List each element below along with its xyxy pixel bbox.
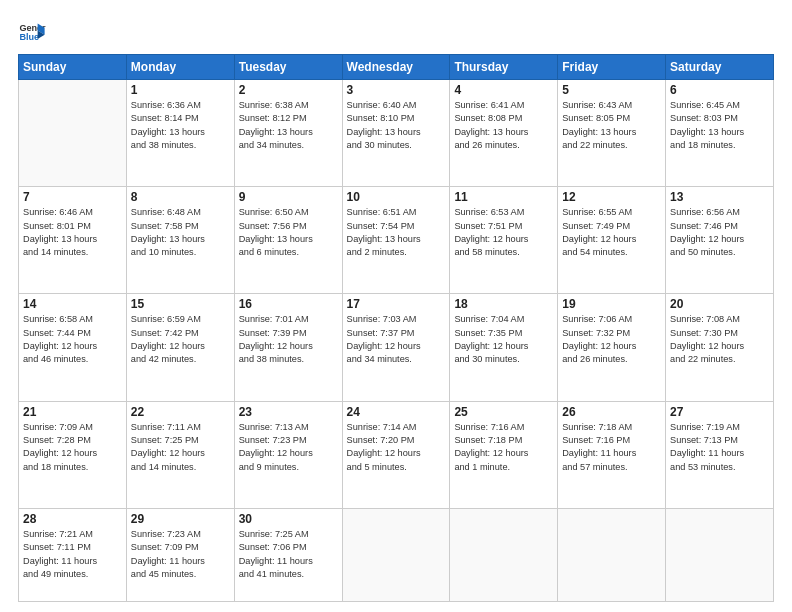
calendar-cell: 17Sunrise: 7:03 AMSunset: 7:37 PMDayligh…: [342, 294, 450, 401]
day-number: 28: [23, 512, 122, 526]
day-number: 3: [347, 83, 446, 97]
day-number: 5: [562, 83, 661, 97]
day-header-wednesday: Wednesday: [342, 55, 450, 80]
calendar-cell: 26Sunrise: 7:18 AMSunset: 7:16 PMDayligh…: [558, 401, 666, 508]
day-header-sunday: Sunday: [19, 55, 127, 80]
day-number: 30: [239, 512, 338, 526]
calendar-cell: 25Sunrise: 7:16 AMSunset: 7:18 PMDayligh…: [450, 401, 558, 508]
day-number: 16: [239, 297, 338, 311]
calendar-cell: 27Sunrise: 7:19 AMSunset: 7:13 PMDayligh…: [666, 401, 774, 508]
day-header-friday: Friday: [558, 55, 666, 80]
day-number: 15: [131, 297, 230, 311]
day-number: 21: [23, 405, 122, 419]
calendar-cell: [19, 80, 127, 187]
day-number: 18: [454, 297, 553, 311]
day-number: 1: [131, 83, 230, 97]
cell-daylight-info: Sunrise: 6:55 AMSunset: 7:49 PMDaylight:…: [562, 206, 661, 259]
day-number: 10: [347, 190, 446, 204]
day-header-monday: Monday: [126, 55, 234, 80]
cell-daylight-info: Sunrise: 6:50 AMSunset: 7:56 PMDaylight:…: [239, 206, 338, 259]
calendar-header-row: SundayMondayTuesdayWednesdayThursdayFrid…: [19, 55, 774, 80]
calendar-cell: [450, 508, 558, 601]
calendar-cell: 5Sunrise: 6:43 AMSunset: 8:05 PMDaylight…: [558, 80, 666, 187]
calendar-cell: 22Sunrise: 7:11 AMSunset: 7:25 PMDayligh…: [126, 401, 234, 508]
day-number: 12: [562, 190, 661, 204]
cell-daylight-info: Sunrise: 6:40 AMSunset: 8:10 PMDaylight:…: [347, 99, 446, 152]
cell-daylight-info: Sunrise: 6:46 AMSunset: 8:01 PMDaylight:…: [23, 206, 122, 259]
day-number: 26: [562, 405, 661, 419]
page-header: General Blue: [18, 18, 774, 46]
cell-daylight-info: Sunrise: 6:41 AMSunset: 8:08 PMDaylight:…: [454, 99, 553, 152]
cell-daylight-info: Sunrise: 7:13 AMSunset: 7:23 PMDaylight:…: [239, 421, 338, 474]
cell-daylight-info: Sunrise: 7:03 AMSunset: 7:37 PMDaylight:…: [347, 313, 446, 366]
day-header-thursday: Thursday: [450, 55, 558, 80]
day-number: 13: [670, 190, 769, 204]
cell-daylight-info: Sunrise: 7:04 AMSunset: 7:35 PMDaylight:…: [454, 313, 553, 366]
day-number: 27: [670, 405, 769, 419]
logo-icon: General Blue: [18, 18, 46, 46]
calendar-cell: 12Sunrise: 6:55 AMSunset: 7:49 PMDayligh…: [558, 187, 666, 294]
day-number: 19: [562, 297, 661, 311]
day-number: 17: [347, 297, 446, 311]
cell-daylight-info: Sunrise: 7:08 AMSunset: 7:30 PMDaylight:…: [670, 313, 769, 366]
calendar-cell: 3Sunrise: 6:40 AMSunset: 8:10 PMDaylight…: [342, 80, 450, 187]
calendar-cell: 8Sunrise: 6:48 AMSunset: 7:58 PMDaylight…: [126, 187, 234, 294]
cell-daylight-info: Sunrise: 6:48 AMSunset: 7:58 PMDaylight:…: [131, 206, 230, 259]
day-header-saturday: Saturday: [666, 55, 774, 80]
cell-daylight-info: Sunrise: 7:16 AMSunset: 7:18 PMDaylight:…: [454, 421, 553, 474]
day-number: 8: [131, 190, 230, 204]
cell-daylight-info: Sunrise: 6:53 AMSunset: 7:51 PMDaylight:…: [454, 206, 553, 259]
calendar-cell: 11Sunrise: 6:53 AMSunset: 7:51 PMDayligh…: [450, 187, 558, 294]
calendar-cell: 10Sunrise: 6:51 AMSunset: 7:54 PMDayligh…: [342, 187, 450, 294]
day-number: 4: [454, 83, 553, 97]
calendar-cell: 24Sunrise: 7:14 AMSunset: 7:20 PMDayligh…: [342, 401, 450, 508]
cell-daylight-info: Sunrise: 6:58 AMSunset: 7:44 PMDaylight:…: [23, 313, 122, 366]
cell-daylight-info: Sunrise: 6:36 AMSunset: 8:14 PMDaylight:…: [131, 99, 230, 152]
calendar-cell: 19Sunrise: 7:06 AMSunset: 7:32 PMDayligh…: [558, 294, 666, 401]
calendar-cell: 2Sunrise: 6:38 AMSunset: 8:12 PMDaylight…: [234, 80, 342, 187]
calendar-cell: 4Sunrise: 6:41 AMSunset: 8:08 PMDaylight…: [450, 80, 558, 187]
cell-daylight-info: Sunrise: 7:23 AMSunset: 7:09 PMDaylight:…: [131, 528, 230, 581]
calendar-cell: 21Sunrise: 7:09 AMSunset: 7:28 PMDayligh…: [19, 401, 127, 508]
day-number: 2: [239, 83, 338, 97]
day-number: 25: [454, 405, 553, 419]
calendar-cell: 1Sunrise: 6:36 AMSunset: 8:14 PMDaylight…: [126, 80, 234, 187]
calendar-cell: [666, 508, 774, 601]
cell-daylight-info: Sunrise: 7:14 AMSunset: 7:20 PMDaylight:…: [347, 421, 446, 474]
day-number: 6: [670, 83, 769, 97]
day-number: 23: [239, 405, 338, 419]
day-number: 14: [23, 297, 122, 311]
cell-daylight-info: Sunrise: 6:45 AMSunset: 8:03 PMDaylight:…: [670, 99, 769, 152]
calendar-week-1: 1Sunrise: 6:36 AMSunset: 8:14 PMDaylight…: [19, 80, 774, 187]
calendar-week-3: 14Sunrise: 6:58 AMSunset: 7:44 PMDayligh…: [19, 294, 774, 401]
calendar-cell: 28Sunrise: 7:21 AMSunset: 7:11 PMDayligh…: [19, 508, 127, 601]
calendar-cell: 15Sunrise: 6:59 AMSunset: 7:42 PMDayligh…: [126, 294, 234, 401]
calendar-cell: 13Sunrise: 6:56 AMSunset: 7:46 PMDayligh…: [666, 187, 774, 294]
calendar-cell: 29Sunrise: 7:23 AMSunset: 7:09 PMDayligh…: [126, 508, 234, 601]
day-number: 22: [131, 405, 230, 419]
day-number: 7: [23, 190, 122, 204]
cell-daylight-info: Sunrise: 7:09 AMSunset: 7:28 PMDaylight:…: [23, 421, 122, 474]
calendar-week-4: 21Sunrise: 7:09 AMSunset: 7:28 PMDayligh…: [19, 401, 774, 508]
calendar-cell: 7Sunrise: 6:46 AMSunset: 8:01 PMDaylight…: [19, 187, 127, 294]
cell-daylight-info: Sunrise: 7:06 AMSunset: 7:32 PMDaylight:…: [562, 313, 661, 366]
cell-daylight-info: Sunrise: 7:19 AMSunset: 7:13 PMDaylight:…: [670, 421, 769, 474]
calendar-cell: [558, 508, 666, 601]
day-number: 29: [131, 512, 230, 526]
cell-daylight-info: Sunrise: 6:43 AMSunset: 8:05 PMDaylight:…: [562, 99, 661, 152]
day-number: 20: [670, 297, 769, 311]
cell-daylight-info: Sunrise: 6:38 AMSunset: 8:12 PMDaylight:…: [239, 99, 338, 152]
svg-text:Blue: Blue: [19, 32, 39, 42]
cell-daylight-info: Sunrise: 6:59 AMSunset: 7:42 PMDaylight:…: [131, 313, 230, 366]
logo: General Blue: [18, 18, 50, 46]
cell-daylight-info: Sunrise: 7:11 AMSunset: 7:25 PMDaylight:…: [131, 421, 230, 474]
calendar-week-5: 28Sunrise: 7:21 AMSunset: 7:11 PMDayligh…: [19, 508, 774, 601]
day-header-tuesday: Tuesday: [234, 55, 342, 80]
calendar-table: SundayMondayTuesdayWednesdayThursdayFrid…: [18, 54, 774, 602]
calendar-cell: 18Sunrise: 7:04 AMSunset: 7:35 PMDayligh…: [450, 294, 558, 401]
calendar-cell: 6Sunrise: 6:45 AMSunset: 8:03 PMDaylight…: [666, 80, 774, 187]
calendar-cell: 20Sunrise: 7:08 AMSunset: 7:30 PMDayligh…: [666, 294, 774, 401]
calendar-cell: 16Sunrise: 7:01 AMSunset: 7:39 PMDayligh…: [234, 294, 342, 401]
day-number: 24: [347, 405, 446, 419]
cell-daylight-info: Sunrise: 7:01 AMSunset: 7:39 PMDaylight:…: [239, 313, 338, 366]
